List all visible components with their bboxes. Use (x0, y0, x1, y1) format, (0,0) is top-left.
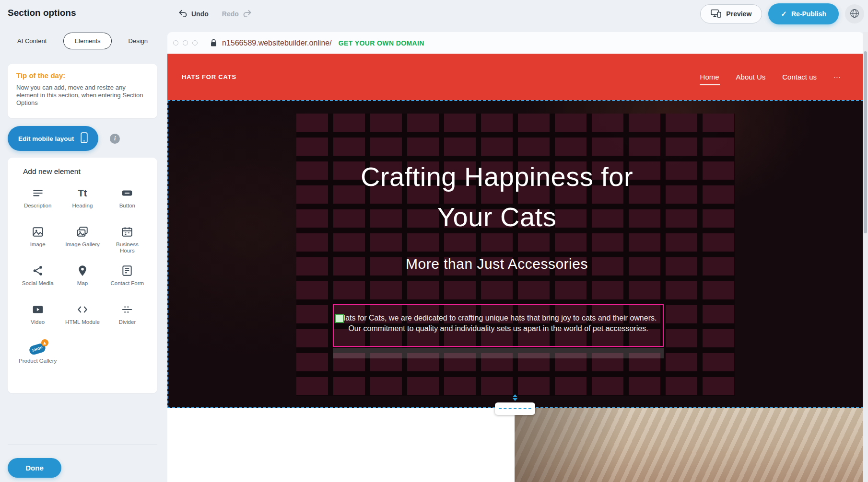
hero-title: Crafting Happiness for Your Cats (167, 157, 826, 237)
redo-icon (243, 10, 252, 19)
hero-subtitle: More than Just Accessories (167, 256, 826, 272)
upgrade-badge-icon (41, 339, 48, 346)
button-icon (121, 186, 133, 200)
tip-title: Tip of the day: (16, 71, 149, 80)
undo-label: Undo (191, 10, 209, 18)
resize-dash-line (499, 408, 531, 409)
nav-item-home[interactable]: Home (699, 70, 720, 84)
heading-icon: Tt (78, 186, 87, 200)
description-icon (32, 186, 44, 200)
element-label: Product Gallery (19, 358, 57, 364)
scrollbar-thumb[interactable] (864, 51, 867, 233)
element-item-description[interactable]: Description (15, 182, 60, 220)
nav-item-contact-us[interactable]: Contact us (781, 70, 818, 84)
map-icon (76, 264, 89, 278)
top-toolbar: Section options Undo Redo Preview (0, 0, 868, 28)
history-controls: Undo Redo (178, 0, 252, 28)
get-your-own-domain-link[interactable]: GET YOUR OWN DOMAIN (339, 39, 424, 47)
element-item-image[interactable]: Image (15, 220, 60, 259)
section-height-resize-handle[interactable] (495, 402, 535, 415)
element-label: Image (30, 241, 46, 248)
add-element-panel: Add new element Description Tt Heading (8, 158, 157, 393)
hero-title-line2: Your Cats (167, 197, 826, 237)
language-button[interactable] (845, 4, 864, 23)
preview-button[interactable]: Preview (700, 4, 762, 23)
element-label: Video (31, 319, 45, 325)
sidebar-divider (8, 445, 157, 445)
globe-icon (849, 8, 860, 20)
redo-button[interactable]: Redo (222, 10, 252, 19)
element-item-business-hours[interactable]: Business Hours (105, 220, 150, 259)
element-label: Social Media (22, 280, 54, 287)
site-logo[interactable]: HATS FOR CATS (182, 54, 236, 100)
page-title: Section options (8, 8, 76, 18)
element-label: Divider (118, 319, 136, 325)
product-gallery-icon: SHOP (28, 342, 47, 355)
element-resize-handle[interactable] (335, 314, 344, 323)
element-item-html-module[interactable]: HTML Module (60, 298, 105, 337)
nav-item-about-us[interactable]: About Us (735, 70, 767, 84)
devices-icon (711, 9, 721, 19)
undo-icon (178, 10, 188, 19)
edit-mobile-layout-button[interactable]: Edit mobile layout (8, 126, 98, 151)
window-control-dots (173, 40, 198, 46)
vertical-scrollbar[interactable] (863, 32, 868, 482)
tab-design[interactable]: Design (128, 33, 149, 49)
window-dot (192, 40, 198, 46)
info-icon[interactable]: i (110, 134, 120, 144)
social-media-icon (32, 264, 44, 278)
element-item-contact-form[interactable]: Contact Form (105, 259, 150, 298)
tab-elements[interactable]: Elements (63, 33, 111, 49)
element-label: HTML Module (65, 319, 100, 325)
resize-arrows-icon (513, 394, 517, 401)
lock-icon (210, 39, 217, 47)
element-label: Contact Form (110, 280, 144, 287)
element-item-social-media[interactable]: Social Media (15, 259, 60, 298)
element-item-video[interactable]: Video (15, 298, 60, 337)
nav-more-button[interactable]: ··· (833, 70, 842, 84)
browser-chrome-bar: n1566589.websitebuilder.online/ GET YOUR… (167, 32, 864, 54)
next-section (167, 408, 864, 482)
selected-text-element[interactable]: Hats for Cats, we are dedicated to craft… (333, 304, 664, 347)
done-button[interactable]: Done (8, 458, 61, 478)
site-preview-area: n1566589.websitebuilder.online/ GET YOUR… (167, 32, 864, 482)
undo-button[interactable]: Undo (178, 10, 209, 19)
elements-grid: Description Tt Heading Button Ima (15, 182, 150, 376)
element-hover-strip (333, 348, 664, 358)
hero-section-selected[interactable]: Crafting Happiness for Your Cats More th… (167, 100, 864, 408)
business-hours-icon (121, 225, 133, 239)
element-item-product-gallery[interactable]: SHOP Product Gallery (15, 337, 60, 376)
element-item-heading[interactable]: Tt Heading (60, 182, 105, 220)
pavement-photo (515, 408, 864, 482)
element-label: Button (119, 203, 135, 209)
image-gallery-icon (76, 225, 89, 239)
hero-content: Crafting Happiness for Your Cats More th… (167, 100, 826, 408)
element-item-map[interactable]: Map (60, 259, 105, 298)
image-icon (32, 225, 44, 239)
republish-label: Re-Publish (791, 10, 826, 18)
element-label: Image Gallery (65, 241, 100, 248)
sidebar-tabs: AI Content Elements Design (8, 33, 157, 49)
tip-body: Now you can add, move and resize any ele… (16, 84, 149, 107)
website-builder-app: Section options Undo Redo Preview (0, 0, 868, 482)
window-dot (183, 40, 188, 46)
contact-form-icon (121, 264, 133, 278)
hero-body-line2: Our commitment to quality and individual… (338, 323, 659, 334)
element-label: Heading (72, 203, 93, 209)
phone-icon (81, 132, 88, 145)
topbar-actions: Preview ✓ Re-Publish (700, 0, 864, 28)
tip-of-the-day-card: Tip of the day: Now you can add, move an… (8, 64, 157, 118)
element-item-button[interactable]: Button (105, 182, 150, 220)
site-url: n1566589.websitebuilder.online/ (222, 39, 332, 47)
element-item-image-gallery[interactable]: Image Gallery (60, 220, 105, 259)
element-label: Business Hours (108, 241, 146, 254)
site-header: HATS FOR CATS Home About Us Contact us ·… (167, 54, 864, 100)
republish-button[interactable]: ✓ Re-Publish (768, 3, 839, 24)
element-item-divider[interactable]: Divider (105, 298, 150, 337)
element-label: Map (77, 280, 88, 287)
tab-ai-content[interactable]: AI Content (16, 33, 47, 49)
hero-body-line1: Hats for Cats, we are dedicated to craft… (338, 313, 659, 323)
divider-icon (121, 302, 133, 317)
element-label: Description (24, 203, 52, 209)
redo-label: Redo (222, 10, 239, 18)
